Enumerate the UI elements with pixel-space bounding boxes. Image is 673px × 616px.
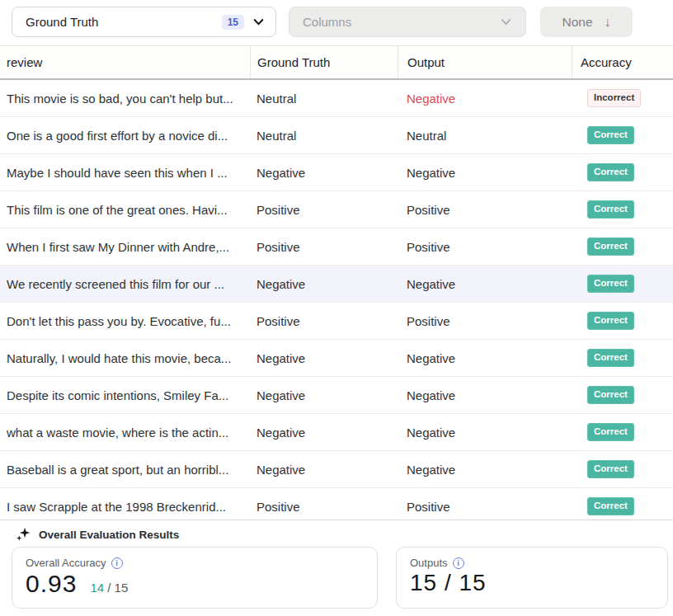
accuracy-badge: Correct [587,237,634,256]
accuracy-badge: Correct [587,423,634,441]
outputs-label: Outputs [410,557,448,569]
ground-truth-cell: Negative [250,463,398,477]
ground-truth-cell: Negative [250,277,398,291]
table-row[interactable]: This movie is so bad, you can't help but… [0,80,673,117]
column-header-output[interactable]: Output [398,46,572,78]
info-icon[interactable]: i [111,557,123,569]
accuracy-badge: Correct [587,312,634,330]
accuracy-badge: Correct [587,349,634,367]
accuracy-numerator: 14 [90,581,104,595]
ground-truth-select-value: Ground Truth [26,15,222,29]
ground-truth-cell: Positive [250,500,398,514]
outputs-denominator: 15 [459,570,487,595]
review-cell: One is a good first effort by a novice d… [0,129,250,143]
accuracy-denominator: 15 [115,581,129,595]
accuracy-cell: Correct [572,163,673,181]
overall-accuracy-card: Overall Accuracy i 0.93 14 / 15 [12,547,378,609]
output-cell: Positive [398,314,572,328]
table-body: This movie is so bad, you can't help but… [0,80,673,520]
ground-truth-cell: Positive [250,203,398,217]
ground-truth-select[interactable]: Ground Truth 15 [12,7,276,37]
table-row[interactable]: Maybe I should have seen this when I ...… [0,154,673,191]
table-header-row: review Ground Truth Output Accuracy [0,46,673,80]
review-cell: When I first saw My Dinner with Andre,..… [0,240,250,254]
outputs-value: 15 / 15 [410,570,487,596]
ground-truth-cell: Negative [250,426,398,440]
review-cell: what a waste movie, where is the actin..… [0,426,250,440]
output-cell: Positive [398,240,572,254]
table-row[interactable]: Don't let this pass you by. Evocative, f… [0,303,673,340]
overall-results-panel: Overall Evaluation Results Overall Accur… [0,520,673,616]
accuracy-cell: Correct [572,423,673,441]
column-header-review[interactable]: review [0,46,250,78]
results-table: review Ground Truth Output Accuracy This… [0,46,673,520]
output-cell: Negative [398,92,572,106]
overall-results-header: Overall Evaluation Results [15,526,179,543]
table-row[interactable]: One is a good first effort by a novice d… [0,117,673,154]
output-cell: Negative [398,463,572,477]
review-cell: Despite its comic intentions, Smiley Fa.… [0,388,250,402]
review-cell: Maybe I should have seen this when I ... [0,166,250,180]
sort-button-label: None [562,15,592,30]
info-icon[interactable]: i [453,557,464,569]
table-row[interactable]: what a waste movie, where is the actin..… [0,414,673,451]
overall-results-title: Overall Evaluation Results [39,529,179,541]
output-cell: Negative [398,426,572,440]
output-cell: Positive [398,203,572,217]
row-count-badge: 15 [222,15,244,30]
columns-select-placeholder: Columns [303,15,500,29]
output-cell: Negative [398,166,572,180]
review-cell: Baseball is a great sport, but an horrib… [0,463,250,477]
accuracy-badge: Incorrect [587,89,641,107]
ground-truth-cell: Negative [250,388,398,402]
review-cell: Don't let this pass you by. Evocative, f… [0,314,250,328]
accuracy-badge: Correct [587,386,634,404]
table-row[interactable]: This film is one of the great ones. Havi… [0,191,673,228]
ground-truth-cell: Negative [250,351,398,365]
ground-truth-cell: Neutral [250,92,398,106]
column-header-ground-truth[interactable]: Ground Truth [250,46,398,78]
accuracy-badge: Correct [587,460,634,478]
overall-accuracy-label: Overall Accuracy [26,557,106,569]
sort-button[interactable]: None ↓ [540,7,633,37]
table-row[interactable]: We recently screened this film for our .… [0,266,673,303]
accuracy-badge: Correct [587,163,634,181]
output-cell: Neutral [398,129,572,143]
accuracy-cell: Correct [572,237,673,256]
output-cell: Negative [398,277,572,291]
output-cell: Negative [398,351,572,365]
overall-accuracy-value: 0.93 [26,570,77,598]
accuracy-cell: Correct [572,126,673,144]
ground-truth-cell: Positive [250,240,398,254]
toolbar: Ground Truth 15 Columns None ↓ [0,0,673,46]
accuracy-cell: Correct [572,275,673,293]
review-cell: This movie is so bad, you can't help but… [0,92,250,106]
output-cell: Negative [398,388,572,402]
accuracy-cell: Correct [572,497,673,515]
output-cell: Positive [398,500,572,514]
accuracy-fraction: 14 / 15 [90,581,128,595]
review-cell: I saw Scrapple at the 1998 Breckenrid... [0,500,250,514]
columns-select[interactable]: Columns [289,7,526,37]
accuracy-badge: Correct [587,126,634,144]
review-cell: This film is one of the great ones. Havi… [0,203,250,217]
ground-truth-cell: Neutral [250,129,398,143]
column-header-accuracy[interactable]: Accuracy [572,46,673,78]
ground-truth-cell: Positive [250,314,398,328]
review-cell: We recently screened this film for our .… [0,277,250,291]
accuracy-cell: Incorrect [572,89,673,107]
table-row[interactable]: Naturally, I would hate this movie, beca… [0,340,673,377]
table-row[interactable]: Baseball is a great sport, but an horrib… [0,451,673,488]
table-row[interactable]: I saw Scrapple at the 1998 Breckenrid...… [0,488,673,520]
outputs-numerator: 15 [410,570,437,595]
accuracy-cell: Correct [572,349,673,367]
chevron-down-icon [252,16,265,28]
review-cell: Naturally, I would hate this movie, beca… [0,351,250,365]
ground-truth-cell: Negative [250,166,398,180]
sparkles-icon [15,526,31,543]
outputs-card: Outputs i 15 / 15 [396,547,668,609]
chevron-down-icon [500,16,512,28]
table-row[interactable]: When I first saw My Dinner with Andre,..… [0,228,673,266]
table-row[interactable]: Despite its comic intentions, Smiley Fa.… [0,377,673,414]
accuracy-badge: Correct [587,275,634,293]
